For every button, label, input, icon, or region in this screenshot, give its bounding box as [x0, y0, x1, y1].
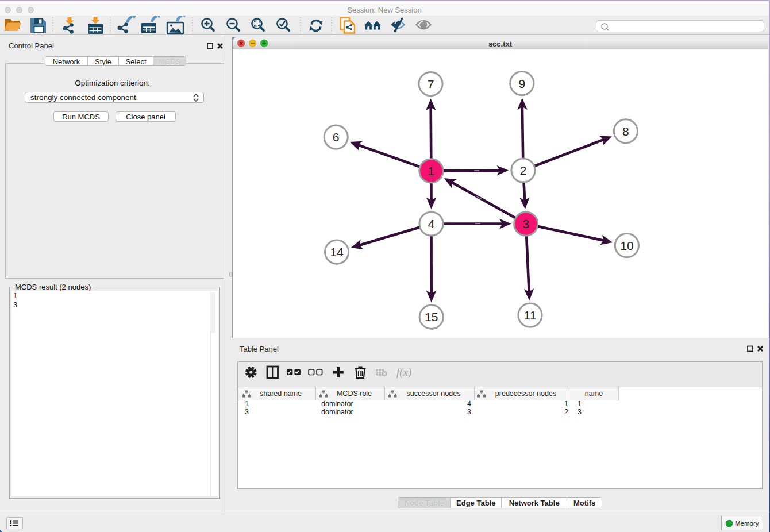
- svg-text:1: 1: [428, 164, 435, 178]
- svg-text:3: 3: [522, 217, 529, 230]
- svg-text:9: 9: [518, 77, 525, 90]
- svg-text:6: 6: [333, 130, 340, 144]
- svg-text:4: 4: [428, 217, 435, 230]
- svg-text:15: 15: [425, 310, 438, 323]
- svg-text:11: 11: [524, 309, 537, 322]
- svg-text:7: 7: [428, 78, 434, 91]
- svg-text:2: 2: [520, 164, 527, 177]
- svg-text:10: 10: [620, 239, 633, 252]
- svg-text:14: 14: [330, 245, 344, 259]
- svg-text:8: 8: [622, 125, 629, 138]
